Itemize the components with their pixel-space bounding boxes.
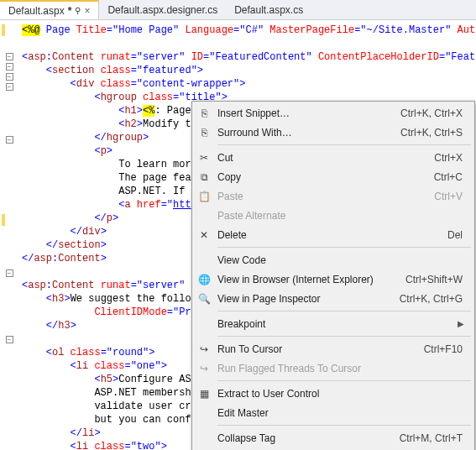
tab-default-aspx[interactable]: Default.aspx* ⚲ × bbox=[0, 0, 99, 19]
snippet-icon: ⎘ bbox=[194, 107, 214, 119]
menu-separator bbox=[217, 247, 471, 248]
collapse-toggle[interactable]: − bbox=[6, 136, 13, 144]
menu-copy[interactable]: ⧉CopyCtrl+C bbox=[194, 167, 473, 186]
menu-extract-user-control[interactable]: ▦Extract to User Control bbox=[194, 384, 473, 403]
browser-icon: 🌐 bbox=[194, 274, 214, 285]
menu-edit-master[interactable]: Edit Master bbox=[194, 403, 473, 422]
collapse-toggle[interactable]: − bbox=[6, 63, 13, 71]
tab-label: Default.aspx.cs bbox=[234, 4, 303, 16]
collapse-toggle[interactable]: − bbox=[6, 83, 13, 91]
menu-run-to-cursor[interactable]: ↪Run To CursorCtrl+F10 bbox=[194, 339, 473, 358]
inspector-icon: 🔍 bbox=[194, 293, 214, 305]
document-tabs: Default.aspx* ⚲ × Default.aspx.designer.… bbox=[0, 0, 476, 20]
tab-dirty-indicator: * bbox=[68, 5, 72, 17]
menu-separator bbox=[217, 380, 471, 381]
menu-paste: 📋PasteCtrl+V bbox=[194, 186, 473, 206]
menu-insert-snippet[interactable]: ⎘Insert Snippet…Ctrl+K, Ctrl+X bbox=[194, 103, 473, 123]
run-cursor-icon: ↪ bbox=[194, 343, 214, 355]
close-tab-icon[interactable]: × bbox=[84, 5, 90, 17]
change-marker bbox=[2, 24, 5, 36]
run-flagged-icon: ↪ bbox=[194, 363, 214, 374]
menu-run-flagged-threads: ↪Run Flagged Threads To Cursor bbox=[194, 358, 473, 378]
menu-view-browser[interactable]: 🌐View in Browser (Internet Explorer)Ctrl… bbox=[194, 269, 473, 289]
pin-icon[interactable]: ⚲ bbox=[75, 6, 81, 15]
cut-icon: ✂ bbox=[194, 152, 214, 164]
collapse-toggle[interactable]: − bbox=[6, 269, 13, 277]
extract-icon: ▦ bbox=[194, 388, 214, 400]
menu-view-code[interactable]: View Code bbox=[194, 250, 473, 269]
change-marker bbox=[2, 214, 5, 226]
paste-icon: 📋 bbox=[194, 191, 214, 202]
menu-view-page-inspector[interactable]: 🔍View in Page InspectorCtrl+K, Ctrl+G bbox=[194, 289, 473, 308]
menu-delete[interactable]: ✕DeleteDel bbox=[194, 225, 473, 244]
menu-breakpoint[interactable]: Breakpoint▶ bbox=[194, 314, 473, 333]
tab-label: Default.aspx.designer.cs bbox=[107, 4, 217, 16]
tab-default-cs[interactable]: Default.aspx.cs bbox=[226, 0, 311, 19]
menu-collapse-tag[interactable]: Collapse TagCtrl+M, Ctrl+T bbox=[194, 428, 473, 447]
menu-separator bbox=[217, 144, 471, 145]
menu-cut[interactable]: ✂CutCtrl+X bbox=[194, 148, 473, 167]
menu-separator bbox=[217, 311, 471, 311]
submenu-arrow-icon: ▶ bbox=[458, 319, 468, 328]
collapse-toggle[interactable]: − bbox=[6, 73, 13, 81]
copy-icon: ⧉ bbox=[194, 171, 214, 183]
outline-gutter: − − − − − − − bbox=[0, 20, 18, 450]
context-menu: ⎘Insert Snippet…Ctrl+K, Ctrl+X ⎘Surround… bbox=[191, 101, 475, 450]
surround-icon: ⎘ bbox=[194, 127, 214, 139]
tab-label: Default.aspx bbox=[8, 5, 65, 17]
tab-designer-cs[interactable]: Default.aspx.designer.cs bbox=[99, 0, 226, 19]
menu-paste-alternate: Paste Alternate bbox=[194, 206, 473, 225]
menu-surround-with[interactable]: ⎘Surround With…Ctrl+K, Ctrl+S bbox=[194, 123, 473, 142]
collapse-toggle[interactable]: − bbox=[6, 53, 13, 60]
menu-separator bbox=[217, 425, 471, 426]
delete-icon: ✕ bbox=[194, 229, 214, 241]
collapse-toggle[interactable]: − bbox=[6, 336, 13, 343]
menu-separator bbox=[217, 336, 471, 337]
